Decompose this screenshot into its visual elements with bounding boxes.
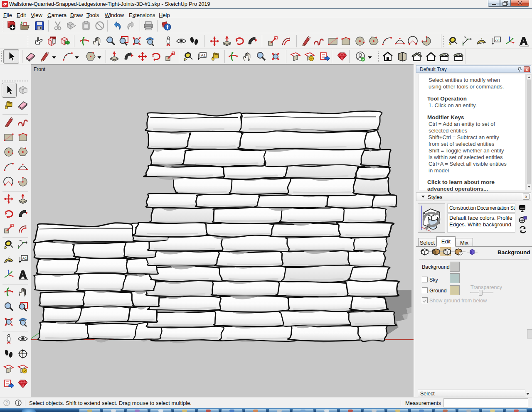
svg-text:?: ? bbox=[5, 401, 8, 405]
